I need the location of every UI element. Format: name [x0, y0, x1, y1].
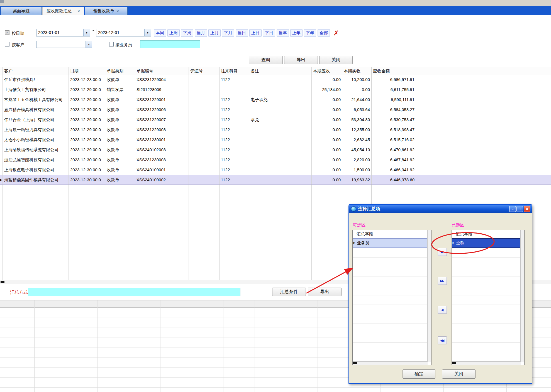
list-item[interactable]: ▶业务员: [353, 238, 428, 248]
table-row[interactable]: 常熟琴工五金机械工具有限公司2023-12-29 00:0收款单XSS23122…: [0, 95, 551, 105]
close-icon[interactable]: ×: [116, 9, 119, 13]
date-to-combo[interactable]: 2023-12-31 ▾: [96, 29, 151, 36]
quick-link[interactable]: 本周: [154, 29, 166, 37]
quick-link[interactable]: 下日: [263, 29, 275, 37]
tab-desktop-nav[interactable]: 桌面导航: [1, 7, 42, 15]
chevron-down-icon[interactable]: ▾: [86, 41, 92, 48]
close-button[interactable]: 关闭: [319, 56, 353, 64]
date-from-value: 2023-01-01: [36, 29, 83, 36]
table-row[interactable]: 上海晨一精密刀具有限公司2023-12-29 00:0收款单XSS2312290…: [0, 125, 551, 135]
minimize-icon[interactable]: –: [509, 206, 516, 212]
table-row[interactable]: ▶海盐精鼎紧固件模具有限公司2023-12-30 00:0收款单XSS24010…: [0, 175, 551, 185]
cell: [69, 265, 105, 275]
column-header[interactable]: 日期: [69, 67, 105, 75]
cell: 2023-12-29 00:0: [69, 95, 105, 105]
clear-filter-icon[interactable]: ✗: [333, 30, 339, 36]
quick-link[interactable]: 下月: [222, 29, 234, 37]
salesman-input[interactable]: [140, 40, 200, 48]
summary-method-input[interactable]: [28, 288, 240, 296]
maximize-icon[interactable]: □: [516, 206, 523, 212]
scrollbar-thumb[interactable]: [1, 281, 4, 283]
column-header[interactable]: 客户: [3, 67, 69, 75]
column-header[interactable]: 备注: [249, 67, 312, 75]
vertical-scrollbar[interactable]: [520, 230, 524, 362]
export-button[interactable]: 导出: [284, 56, 318, 64]
cell: 21,644.00: [342, 95, 372, 105]
column-header[interactable]: 单据编号: [135, 67, 189, 75]
cell: [135, 185, 189, 195]
column-header[interactable]: 单据类别: [105, 67, 135, 75]
column-header[interactable]: 本期实收: [342, 67, 372, 75]
column-header[interactable]: 凭证号: [189, 67, 220, 75]
chevron-down-icon[interactable]: ▾: [83, 29, 90, 36]
summary-export-button[interactable]: 导出: [308, 288, 342, 296]
cell: 0.00: [312, 125, 342, 135]
cell: 19,963.32: [342, 175, 372, 185]
cell: [342, 195, 372, 205]
table-row[interactable]: 嘉兴精合模具科技有限公司2023-12-29 00:0收款单XSS2312290…: [0, 105, 551, 115]
quick-link[interactable]: 全部: [318, 29, 330, 37]
cell: [189, 125, 220, 135]
close-icon[interactable]: ×: [524, 206, 530, 212]
cell: 6,446,378.60: [372, 175, 416, 185]
grid-line: [452, 295, 521, 295]
quick-link[interactable]: 下年: [304, 29, 316, 37]
horizontal-scrollbar[interactable]: [353, 361, 428, 365]
date-from-combo[interactable]: 2023-01-01 ▾: [36, 29, 90, 36]
scrollbar-thumb[interactable]: [353, 362, 357, 364]
dialog-titlebar[interactable]: 选择汇总项 – □ ×: [349, 205, 532, 213]
table-row[interactable]: 上海僧兴工贸有限公司2023-12-29 00:0销售发票SI231228009…: [0, 85, 551, 95]
empty-row: [0, 195, 551, 205]
horizontal-scrollbar[interactable]: [452, 361, 521, 365]
tab-sales-receipt[interactable]: 销售收款单 ×: [85, 7, 128, 15]
list-item[interactable]: ▶全称: [452, 238, 521, 248]
quick-link[interactable]: 当月: [195, 29, 207, 37]
by-customer-checkbox[interactable]: [5, 42, 9, 46]
ok-button[interactable]: 确定: [403, 369, 435, 379]
move-all-right-button[interactable]: ▶▶: [438, 277, 447, 285]
cell: [189, 95, 220, 105]
cell: 45,054.10: [342, 145, 372, 155]
column-header[interactable]: 本期应收: [312, 67, 342, 75]
cell: 6,053.64: [342, 105, 372, 115]
quick-link[interactable]: 当年: [277, 29, 289, 37]
by-salesman-checkbox[interactable]: [109, 42, 114, 46]
cell: [312, 205, 342, 215]
chevron-down-icon[interactable]: ▾: [144, 29, 151, 36]
customer-combo[interactable]: ▾: [36, 41, 92, 48]
cell: [249, 195, 312, 205]
move-all-left-button[interactable]: ◀◀: [438, 336, 447, 344]
quick-link[interactable]: 上月: [208, 29, 221, 37]
quick-link[interactable]: 当日: [236, 29, 248, 37]
cell-filler: [416, 85, 551, 95]
query-button[interactable]: 查询: [249, 56, 283, 64]
move-right-button[interactable]: ▶: [438, 248, 447, 256]
table-row[interactable]: 浙江弘旭智能科技有限公司2023-12-30 00:0收款单XSS2312300…: [0, 155, 551, 165]
table-row[interactable]: 伟旦合金（上海）有限公司2023-12-29 00:0收款单XSS2312290…: [0, 115, 551, 125]
cell: [135, 195, 189, 205]
by-date-checkbox[interactable]: ✓: [5, 30, 9, 35]
cell: 6,530,753.47: [372, 115, 416, 125]
scrollbar-thumb[interactable]: [452, 362, 456, 364]
column-header[interactable]: 往来科目: [220, 67, 249, 75]
quick-link[interactable]: 下周: [181, 29, 193, 37]
table-row[interactable]: 任丘市任强模具厂2023-12-28 00:0收款单XSS23122900411…: [0, 75, 551, 85]
close-icon[interactable]: ×: [77, 9, 80, 13]
quick-link[interactable]: 上周: [167, 29, 180, 37]
row-marker: [0, 105, 3, 115]
grid-line: [452, 276, 521, 276]
dialog-close-button[interactable]: 关闭: [442, 369, 476, 379]
quick-link[interactable]: 上年: [290, 29, 303, 37]
table-row[interactable]: 太仓小小精密模具有限公司2023-12-29 00:0收款单XSS2312300…: [0, 135, 551, 145]
quick-link[interactable]: 上日: [249, 29, 262, 37]
list-marker-column: [356, 230, 356, 362]
table-row[interactable]: 上海纳铁福传动系统有限公司2023-12-29 00:0收款单XSS240102…: [0, 145, 551, 155]
table-row[interactable]: 上海银点电子科技有限公司2023-12-30 00:0收款单XSS2401090…: [0, 165, 551, 175]
column-header[interactable]: 应收金额: [372, 67, 416, 75]
cell: 2023-12-29 00:0: [69, 145, 105, 155]
summary-condition-button[interactable]: 汇总条件: [272, 288, 306, 296]
cell: 2023-12-30 00:0: [69, 155, 105, 165]
tab-receivable-summary[interactable]: 应收账款汇总... ×: [42, 7, 84, 15]
vertical-scrollbar[interactable]: [427, 230, 431, 362]
move-left-button[interactable]: ◀: [438, 306, 447, 314]
